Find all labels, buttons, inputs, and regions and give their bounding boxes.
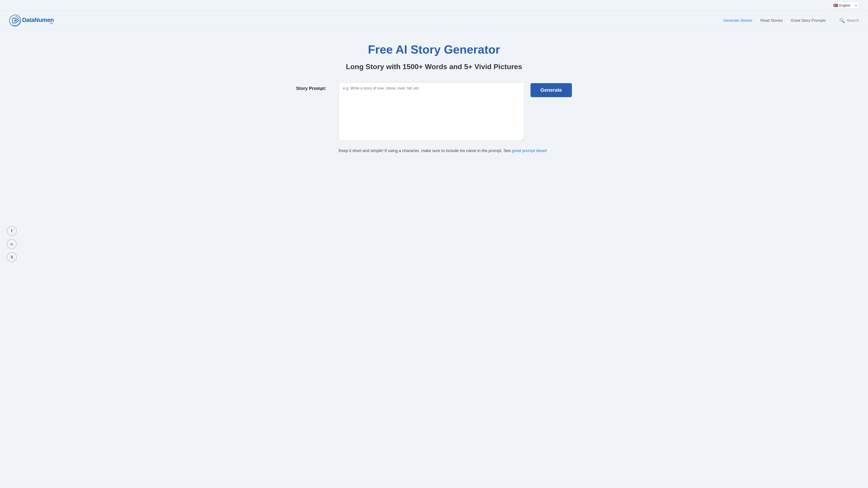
search-area[interactable]: 🔍 Search xyxy=(839,18,859,23)
nav-generate-stories[interactable]: Generate Stories xyxy=(723,18,752,23)
top-bar: 🇬🇧 English ▾ xyxy=(0,0,868,11)
main-content: Free AI Story Generator Long Story with … xyxy=(287,29,581,172)
twitter-icon: 𝕏 xyxy=(10,255,13,259)
hint-text-before: Keep it short and simple! If using a cha… xyxy=(339,149,512,153)
hint-text: Keep it short and simple! If using a cha… xyxy=(339,147,572,154)
facebook-button[interactable]: f xyxy=(7,226,17,236)
language-selector[interactable]: 🇬🇧 English ▾ xyxy=(831,2,859,9)
linkedin-button[interactable]: in xyxy=(7,239,17,249)
page-title: Free AI Story Generator xyxy=(296,43,572,56)
logo-text: DataNumen inc. xyxy=(22,17,54,24)
main-nav: Generate Stories Read Stories Great Stor… xyxy=(723,18,826,23)
story-prompt-textarea[interactable] xyxy=(339,82,524,141)
nav-great-story-prompts[interactable]: Great Story Prompts xyxy=(791,18,826,23)
story-prompt-label: Story Prompt: xyxy=(296,82,332,91)
nav-read-stories[interactable]: Read Stories xyxy=(761,18,782,23)
page-subtitle: Long Story with 1500+ Words and 5+ Vivid… xyxy=(296,63,572,71)
linkedin-icon: in xyxy=(10,242,13,246)
logo-datanumen: DataNumen xyxy=(22,17,54,23)
language-dropdown[interactable]: English xyxy=(831,2,859,9)
search-icon: 🔍 xyxy=(839,18,845,23)
twitter-button[interactable]: 𝕏 xyxy=(7,252,17,262)
facebook-icon: f xyxy=(11,229,12,233)
social-sidebar: f in 𝕏 xyxy=(7,226,17,262)
hint-text-after: ! xyxy=(546,149,547,153)
generate-button[interactable]: Generate xyxy=(530,83,572,97)
header: DataNumen inc. Generate Stories Read Sto… xyxy=(0,11,868,29)
great-prompt-ideas-link[interactable]: great prompt ideas xyxy=(512,149,546,153)
logo[interactable]: DataNumen inc. xyxy=(9,14,54,27)
logo-icon xyxy=(9,14,21,27)
story-form-row: Story Prompt: Generate xyxy=(296,82,572,141)
logo-inc: inc. xyxy=(50,22,54,24)
search-label: Search xyxy=(847,18,859,23)
